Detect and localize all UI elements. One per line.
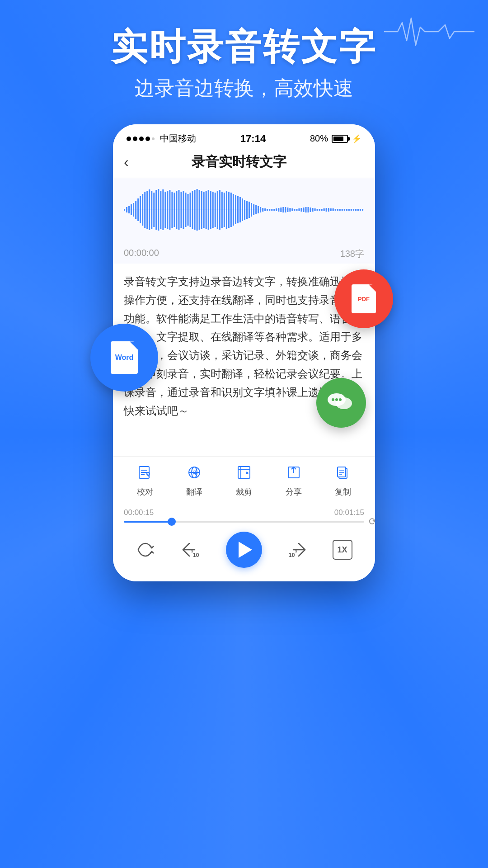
wechat-icon (327, 391, 356, 415)
battery-icon (332, 135, 348, 143)
signal-dot-1 (127, 137, 131, 141)
speed-label: 1X (333, 540, 352, 560)
play-icon (239, 542, 252, 558)
trim-icon (236, 465, 252, 484)
word-doc-icon: Word (111, 341, 138, 374)
timer-row: 00:00:00 138字 (113, 243, 375, 264)
svg-text:s: s (191, 549, 193, 553)
bottom-toolbar: 校对 译 翻译 (113, 456, 375, 502)
proofread-icon (137, 465, 153, 484)
header-title: 实时录音转文字 (36, 27, 452, 67)
status-time: 17:14 (240, 133, 266, 145)
progress-fill (124, 521, 172, 523)
playback-controls: 10 s 10 s 1X (113, 524, 375, 581)
waveform-svg (124, 187, 364, 232)
phone-mockup: Word PDF (0, 124, 488, 581)
battery-percent: 80% (310, 133, 328, 144)
copy-icon (335, 465, 351, 484)
toolbar-copy[interactable]: 复制 (335, 465, 351, 497)
header-subtitle: 边录音边转换，高效快速 (36, 75, 452, 102)
svg-point-3 (335, 398, 338, 401)
header: 实时录音转文字 边录音边转换，高效快速 (0, 0, 488, 111)
nav-bar: ‹ 录音实时转文字 (113, 148, 375, 178)
svg-rect-129 (338, 467, 346, 477)
toolbar-trim[interactable]: 裁剪 (236, 465, 252, 497)
svg-text:10: 10 (193, 552, 199, 558)
play-button[interactable] (226, 532, 262, 568)
carrier-label: 中国移动 (160, 132, 196, 145)
progress-current: 00:00:15 (124, 508, 154, 517)
loop-icon[interactable]: ⟳ (369, 516, 375, 528)
floating-word-badge[interactable]: Word (90, 324, 158, 392)
speed-button[interactable]: 1X (333, 540, 352, 560)
svg-point-116 (147, 472, 150, 475)
toolbar-share[interactable]: 分享 (286, 465, 302, 497)
progress-thumb[interactable] (168, 518, 176, 526)
toolbar-proofread[interactable]: 校对 (137, 465, 153, 497)
nav-title: 录音实时转文字 (129, 153, 350, 171)
status-right: 80% ⚡ (310, 133, 361, 144)
svg-point-2 (332, 398, 334, 401)
waveform-container (113, 178, 375, 243)
svg-point-1 (336, 397, 352, 409)
pdf-doc-icon: PDF (352, 284, 376, 313)
signal-dot-4 (145, 137, 150, 141)
rewind-button[interactable]: 10 s (179, 540, 202, 560)
progress-track[interactable]: ⟳ (124, 521, 364, 523)
status-left: 中国移动 (127, 132, 196, 145)
copy-label: 复制 (335, 486, 351, 497)
status-bar: 中国移动 17:14 80% ⚡ (113, 124, 375, 148)
forward-button[interactable]: 10 s (286, 540, 309, 560)
char-count: 138字 (340, 248, 364, 260)
trim-label: 裁剪 (236, 486, 252, 497)
floating-pdf-badge[interactable]: PDF (334, 269, 393, 328)
signal-dot-2 (133, 137, 137, 141)
proofread-label: 校对 (137, 486, 153, 497)
share-label: 分享 (286, 486, 302, 497)
pdf-label: PDF (358, 296, 370, 302)
back-button[interactable]: ‹ (124, 154, 129, 170)
floating-wechat-badge[interactable] (316, 378, 366, 428)
signal-dot-3 (139, 137, 144, 141)
share-icon (286, 465, 301, 484)
svg-text:s: s (295, 549, 297, 553)
svg-text:10: 10 (289, 552, 295, 558)
battery-fill (333, 137, 343, 141)
signal-dot-5 (152, 137, 155, 140)
progress-bar-container: 00:00:15 00:01:15 ⟳ (113, 502, 375, 524)
timer-start: 00:00:00 (124, 248, 159, 260)
svg-text:译: 译 (192, 470, 197, 475)
translate-icon: 译 (187, 465, 202, 484)
shuffle-button[interactable] (136, 540, 155, 560)
charging-icon: ⚡ (352, 134, 361, 144)
progress-total: 00:01:15 (334, 508, 364, 517)
svg-point-4 (339, 398, 342, 401)
progress-times: 00:00:15 00:01:15 (124, 508, 364, 517)
translate-label: 翻译 (186, 486, 202, 497)
word-label: Word (115, 354, 134, 362)
toolbar-translate[interactable]: 译 翻译 (186, 465, 202, 497)
spacer (113, 429, 375, 456)
